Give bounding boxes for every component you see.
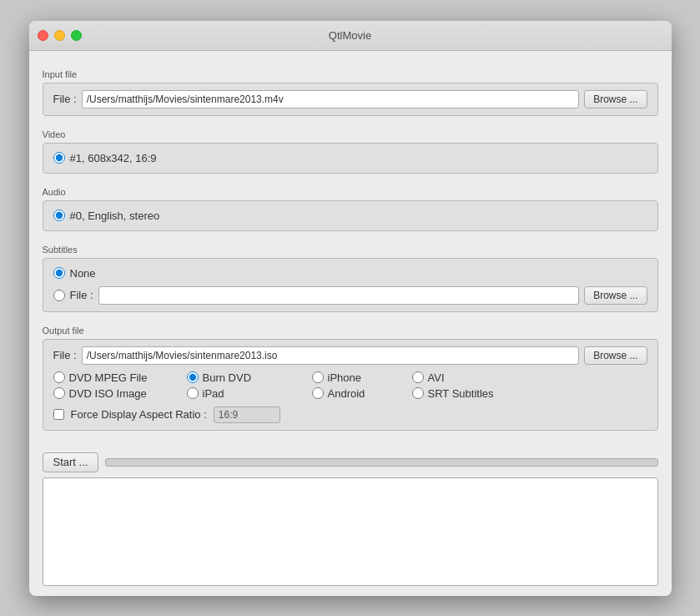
input-file-row: File : Browse ... (53, 90, 647, 109)
log-area[interactable] (43, 477, 658, 586)
format-android-radio[interactable] (312, 387, 324, 399)
format-ipad-cell: iPad (187, 387, 312, 400)
subtitles-label: Subtitles (43, 245, 658, 255)
format-android-cell: Android (312, 387, 412, 400)
format-iphone-radio[interactable] (312, 371, 324, 383)
format-dvd-mpeg-radio[interactable] (53, 371, 65, 383)
aspect-ratio-row: Force Display Aspect Ratio : (53, 406, 647, 423)
input-file-browse-button[interactable]: Browse ... (584, 90, 647, 109)
format-dvd-mpeg-label: DVD MPEG File (69, 371, 148, 384)
bottom-section: Start ... (29, 446, 672, 596)
format-options: DVD MPEG File Burn DVD iPhone AVI DVD IS… (53, 371, 647, 400)
window-title: QtlMovie (329, 29, 371, 42)
audio-option-row: #0, English, stereo (53, 208, 647, 224)
subtitles-file-row: File : Browse ... (53, 286, 647, 305)
format-avi-cell: AVI (412, 371, 521, 384)
subtitles-file-radio[interactable] (53, 290, 65, 301)
window-controls (38, 30, 82, 41)
aspect-ratio-checkbox[interactable] (53, 409, 64, 420)
close-button[interactable] (38, 30, 48, 41)
subtitles-section: None File : Browse ... (43, 258, 658, 312)
format-srt-label: SRT Subtitles (428, 387, 494, 400)
subtitles-browse-button[interactable]: Browse ... (584, 286, 647, 305)
format-ipad-radio[interactable] (187, 387, 199, 399)
output-file-field-label: File : (53, 349, 77, 361)
input-file-input[interactable] (82, 90, 579, 109)
format-srt-radio[interactable] (412, 387, 424, 399)
format-dvd-iso-label: DVD ISO Image (69, 387, 147, 400)
subtitles-file-input[interactable] (98, 286, 579, 305)
video-option-row: #1, 608x342, 16:9 (53, 150, 647, 166)
format-srt-cell: SRT Subtitles (412, 387, 521, 400)
subtitles-none-label: None (70, 267, 96, 280)
video-section: #1, 608x342, 16:9 (43, 143, 658, 174)
format-dvd-iso-radio[interactable] (53, 387, 65, 399)
format-iphone-cell: iPhone (312, 371, 412, 384)
subtitles-file-label: File : (70, 289, 93, 301)
audio-option-label: #0, English, stereo (70, 210, 160, 222)
format-burn-dvd-radio[interactable] (187, 371, 199, 383)
audio-radio[interactable] (53, 210, 65, 221)
output-file-section: File : Browse ... DVD MPEG File Burn DVD… (43, 339, 658, 431)
aspect-ratio-label: Force Display Aspect Ratio : (71, 408, 207, 421)
progress-bar (105, 458, 657, 467)
output-file-row: File : Browse ... (53, 346, 647, 365)
format-burn-dvd-label: Burn DVD (203, 371, 252, 384)
input-file-section: File : Browse ... (43, 83, 658, 116)
content-area: Input file File : Browse ... Video #1, 6… (29, 51, 672, 446)
audio-label: Audio (43, 187, 658, 197)
output-file-browse-button[interactable]: Browse ... (584, 346, 647, 365)
format-dvd-mpeg-cell: DVD MPEG File (53, 371, 187, 384)
minimize-button[interactable] (54, 30, 65, 41)
subtitles-none-row: None (53, 265, 647, 281)
format-ipad-label: iPad (203, 387, 224, 400)
output-file-label: Output file (43, 326, 658, 336)
video-radio[interactable] (53, 152, 65, 164)
format-iphone-label: iPhone (328, 371, 361, 384)
input-file-field-label: File : (53, 93, 77, 105)
audio-section: #0, English, stereo (43, 200, 658, 231)
video-label: Video (43, 129, 658, 139)
format-burn-dvd-cell: Burn DVD (187, 371, 312, 384)
aspect-ratio-input[interactable] (214, 406, 280, 423)
maximize-button[interactable] (71, 30, 82, 41)
input-file-label: Input file (43, 69, 658, 79)
output-file-input[interactable] (82, 346, 579, 365)
format-avi-label: AVI (428, 371, 445, 384)
format-avi-radio[interactable] (412, 371, 424, 383)
start-button[interactable]: Start ... (43, 452, 99, 472)
subtitles-none-radio[interactable] (53, 267, 65, 279)
start-row: Start ... (43, 452, 658, 472)
video-option-label: #1, 608x342, 16:9 (70, 152, 157, 164)
main-window: QtlMovie Input file File : Browse ... Vi… (29, 21, 672, 596)
format-android-label: Android (328, 387, 365, 400)
format-dvd-iso-cell: DVD ISO Image (53, 387, 187, 400)
titlebar: QtlMovie (29, 21, 672, 51)
